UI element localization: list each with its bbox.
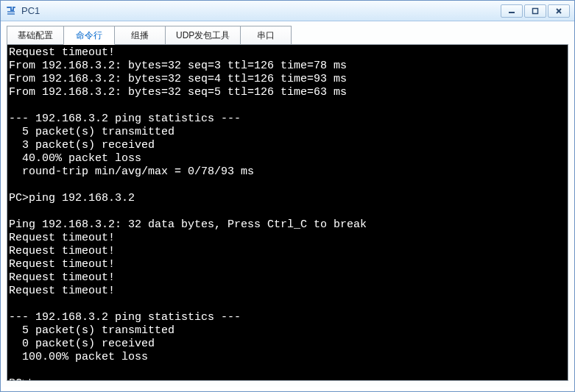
terminal-cursor: [29, 379, 30, 382]
close-button[interactable]: [548, 4, 570, 18]
terminal-prompt: PC>: [9, 377, 29, 381]
tab-basic-config[interactable]: 基础配置: [7, 26, 64, 45]
app-icon: [5, 5, 17, 17]
window-controls: [501, 4, 570, 18]
tab-label: 基础配置: [18, 29, 53, 42]
window-title: PC1: [21, 5, 40, 16]
tab-label: UDP发包工具: [176, 29, 230, 42]
tab-serial[interactable]: 串口: [240, 26, 292, 45]
tab-label: 命令行: [76, 29, 102, 42]
tab-label: 串口: [257, 29, 275, 42]
tab-udp-tool[interactable]: UDP发包工具: [165, 26, 241, 45]
tab-cli[interactable]: 命令行: [63, 26, 115, 45]
tab-bar: 基础配置 命令行 组播 UDP发包工具 串口: [7, 26, 568, 45]
minimize-button[interactable]: [501, 4, 523, 18]
tab-label: 组播: [131, 29, 149, 42]
titlebar: PC1: [1, 1, 574, 21]
maximize-button[interactable]: [524, 4, 546, 18]
content-area: 基础配置 命令行 组播 UDP发包工具 串口 Request timeout! …: [1, 21, 574, 387]
terminal-output: Request timeout! From 192.168.3.2: bytes…: [9, 46, 367, 363]
svg-rect-1: [533, 8, 538, 13]
tab-multicast[interactable]: 组播: [114, 26, 166, 45]
terminal[interactable]: Request timeout! From 192.168.3.2: bytes…: [7, 44, 568, 381]
